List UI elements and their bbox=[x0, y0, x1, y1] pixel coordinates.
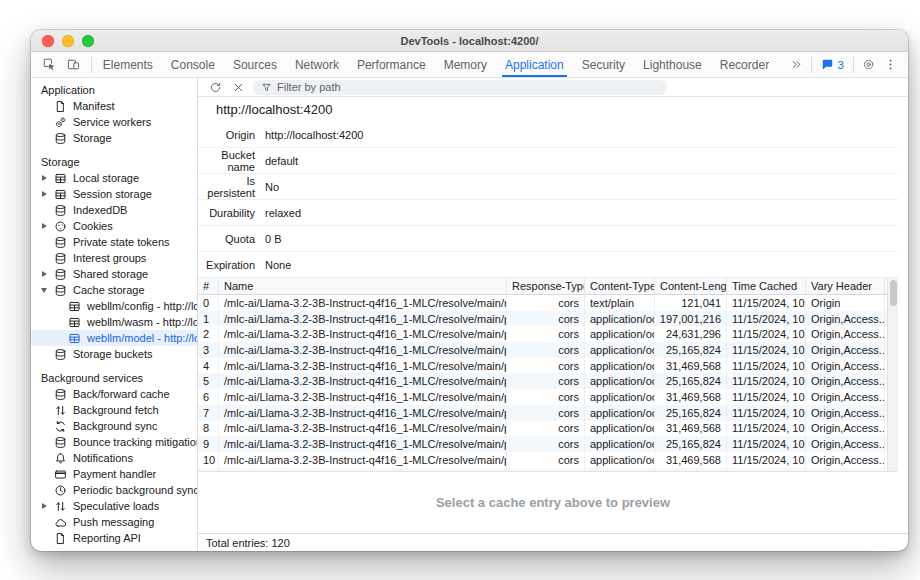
settings-button[interactable] bbox=[858, 55, 878, 75]
cell-: 7 bbox=[198, 405, 219, 421]
more-options-button[interactable] bbox=[880, 55, 900, 75]
device-toolbar-button[interactable] bbox=[63, 55, 83, 75]
tab-recorder[interactable]: Recorder bbox=[711, 52, 778, 77]
metadata-label: Bucket name bbox=[198, 149, 255, 173]
sidebar-item-push-messaging[interactable]: Push messaging bbox=[31, 514, 197, 530]
sidebar-item-indexeddb[interactable]: IndexedDB bbox=[31, 202, 197, 218]
sidebar-item-back-forward-cache[interactable]: Back/forward cache bbox=[31, 386, 197, 402]
sidebar-item-cache-storage[interactable]: Cache storage bbox=[31, 282, 197, 298]
tab-network[interactable]: Network bbox=[286, 52, 348, 77]
inspect-element-button[interactable] bbox=[39, 55, 59, 75]
chevron-down-icon[interactable] bbox=[39, 288, 49, 293]
cell-vary-header: Origin,Access... bbox=[806, 436, 885, 452]
sidebar-item-reporting-api[interactable]: Reporting API bbox=[31, 530, 197, 546]
feedback-button[interactable]: 3 bbox=[816, 58, 849, 71]
filter-field[interactable] bbox=[253, 80, 667, 95]
cell-response-type: cors bbox=[507, 373, 585, 389]
table-row[interactable]: 4/mlc-ai/Llama-3.2-3B-Instruct-q4f16_1-M… bbox=[198, 358, 898, 374]
sidebar-item-private-state-tokens[interactable]: Private state tokens bbox=[31, 234, 197, 250]
column-header-[interactable]: # bbox=[198, 278, 219, 294]
tab-lighthouse[interactable]: Lighthouse bbox=[634, 52, 711, 77]
sidebar-item-session-storage[interactable]: Session storage bbox=[31, 186, 197, 202]
sidebar-item-storage[interactable]: Storage bbox=[31, 130, 197, 146]
table-row[interactable]: 7/mlc-ai/Llama-3.2-3B-Instruct-q4f16_1-M… bbox=[198, 405, 898, 421]
cell-: 1 bbox=[198, 311, 219, 327]
tab-performance-insights[interactable]: Performance insights bbox=[778, 52, 786, 77]
column-header-name[interactable]: Name bbox=[219, 278, 507, 294]
sidebar-item-webllm-config-http-loc[interactable]: webllm/config - http://loc... bbox=[31, 298, 197, 314]
sidebar-item-shared-storage[interactable]: Shared storage bbox=[31, 266, 197, 282]
refresh-icon bbox=[209, 81, 222, 94]
chevron-right-icon[interactable] bbox=[39, 175, 49, 181]
cell-vary-header: Origin,Access... bbox=[806, 421, 885, 437]
table-row[interactable]: 5/mlc-ai/Llama-3.2-3B-Instruct-q4f16_1-M… bbox=[198, 373, 898, 389]
chevron-right-icon[interactable] bbox=[39, 223, 49, 229]
sidebar-item-manifest[interactable]: Manifest bbox=[31, 98, 197, 114]
column-header-content-type[interactable]: Content-Type bbox=[585, 278, 655, 294]
refresh-button[interactable] bbox=[207, 79, 223, 95]
sidebar-item-interest-groups[interactable]: Interest groups bbox=[31, 250, 197, 266]
sidebar-item-bounce-tracking-mitigations[interactable]: Bounce tracking mitigations bbox=[31, 434, 197, 450]
tab-performance[interactable]: Performance bbox=[348, 52, 435, 77]
tab-elements[interactable]: Elements bbox=[94, 52, 162, 77]
tab-console[interactable]: Console bbox=[162, 52, 224, 77]
tab-application[interactable]: Application bbox=[496, 52, 573, 77]
table-row[interactable]: 11/mlc-ai/Llama-3.2-3B-Instruct-q4f16_1-… bbox=[198, 468, 898, 472]
title-bar: DevTools - localhost:4200/ bbox=[31, 30, 908, 52]
column-header-time-cached[interactable]: Time Cached bbox=[727, 278, 806, 294]
column-header-content-length[interactable]: Content-Length bbox=[655, 278, 727, 294]
cell-time-cached: 11/15/2024, 10... bbox=[727, 389, 806, 405]
sidebar-item-label: Shared storage bbox=[73, 268, 148, 280]
cell-time-cached: 11/15/2024, 10... bbox=[727, 311, 806, 327]
chevron-right-icon[interactable] bbox=[39, 271, 49, 277]
cell-vary-header: Origin,Access... bbox=[806, 373, 885, 389]
sidebar-item-background-fetch[interactable]: Background fetch bbox=[31, 402, 197, 418]
toolbar-divider bbox=[811, 57, 812, 73]
filter-input[interactable] bbox=[277, 81, 659, 93]
sidebar-item-webllm-model-http-loc[interactable]: webllm/model - http://loc... bbox=[31, 330, 197, 346]
sidebar-item-periodic-background-sync[interactable]: Periodic background sync bbox=[31, 482, 197, 498]
tab-security[interactable]: Security bbox=[573, 52, 634, 77]
sidebar-item-local-storage[interactable]: Local storage bbox=[31, 170, 197, 186]
sidebar-item-background-sync[interactable]: Background sync bbox=[31, 418, 197, 434]
sidebar-item-payment-handler[interactable]: Payment handler bbox=[31, 466, 197, 482]
chevron-right-icon[interactable] bbox=[39, 503, 49, 509]
metadata-row-is-persistent: Is persistentNo bbox=[198, 174, 898, 200]
sidebar-item-speculative-loads[interactable]: Speculative loads bbox=[31, 498, 197, 514]
tab-memory[interactable]: Memory bbox=[435, 52, 496, 77]
sidebar-item-cookies[interactable]: Cookies bbox=[31, 218, 197, 234]
delete-selected-button[interactable] bbox=[230, 79, 246, 95]
column-header-vary-header[interactable]: Vary Header bbox=[806, 278, 885, 294]
table-row[interactable]: 6/mlc-ai/Llama-3.2-3B-Instruct-q4f16_1-M… bbox=[198, 389, 898, 405]
table-row[interactable]: 2/mlc-ai/Llama-3.2-3B-Instruct-q4f16_1-M… bbox=[198, 326, 898, 342]
cell-name: /mlc-ai/Llama-3.2-3B-Instruct-q4f16_1-ML… bbox=[219, 295, 507, 311]
table-row[interactable]: 1/mlc-ai/Llama-3.2-3B-Instruct-q4f16_1-M… bbox=[198, 311, 898, 327]
sidebar-item-service-workers[interactable]: Service workers bbox=[31, 114, 197, 130]
vertical-scrollbar[interactable] bbox=[887, 278, 898, 471]
cell-time-cached: 11/15/2024, 10... bbox=[727, 468, 806, 472]
sidebar-item-storage-buckets[interactable]: Storage buckets bbox=[31, 346, 197, 362]
table-header-row: #NameResponse-TypeContent-TypeContent-Le… bbox=[198, 278, 898, 295]
sidebar-item-label: Reporting API bbox=[73, 532, 141, 544]
cell-content-length: 31,469,568 bbox=[655, 358, 727, 374]
scrollbar-thumb[interactable] bbox=[890, 280, 897, 306]
metadata-value: No bbox=[265, 181, 279, 193]
table-row[interactable]: 10/mlc-ai/Llama-3.2-3B-Instruct-q4f16_1-… bbox=[198, 452, 898, 468]
cell-response-type: cors bbox=[507, 295, 585, 311]
tab-sources[interactable]: Sources bbox=[224, 52, 286, 77]
column-header-response-type[interactable]: Response-Type bbox=[507, 278, 585, 294]
cell-content-length: 25,165,824 bbox=[655, 373, 727, 389]
chevron-right-icon[interactable] bbox=[39, 191, 49, 197]
table-row[interactable]: 3/mlc-ai/Llama-3.2-3B-Instruct-q4f16_1-M… bbox=[198, 342, 898, 358]
table-row[interactable]: 8/mlc-ai/Llama-3.2-3B-Instruct-q4f16_1-M… bbox=[198, 421, 898, 437]
cell-content-type: application/oc... bbox=[585, 358, 655, 374]
cell-response-type: cors bbox=[507, 326, 585, 342]
table-row[interactable]: 9/mlc-ai/Llama-3.2-3B-Instruct-q4f16_1-M… bbox=[198, 436, 898, 452]
table-row[interactable]: 0/mlc-ai/Llama-3.2-3B-Instruct-q4f16_1-M… bbox=[198, 295, 898, 311]
sidebar-item-webllm-wasm-http-loca[interactable]: webllm/wasm - http://loca... bbox=[31, 314, 197, 330]
sidebar-item-notifications[interactable]: Notifications bbox=[31, 450, 197, 466]
database-icon bbox=[53, 267, 67, 281]
cache-entries-table: #NameResponse-TypeContent-TypeContent-Le… bbox=[198, 278, 898, 472]
more-tabs-button[interactable] bbox=[787, 55, 807, 75]
cell-content-type: application/oc... bbox=[585, 326, 655, 342]
